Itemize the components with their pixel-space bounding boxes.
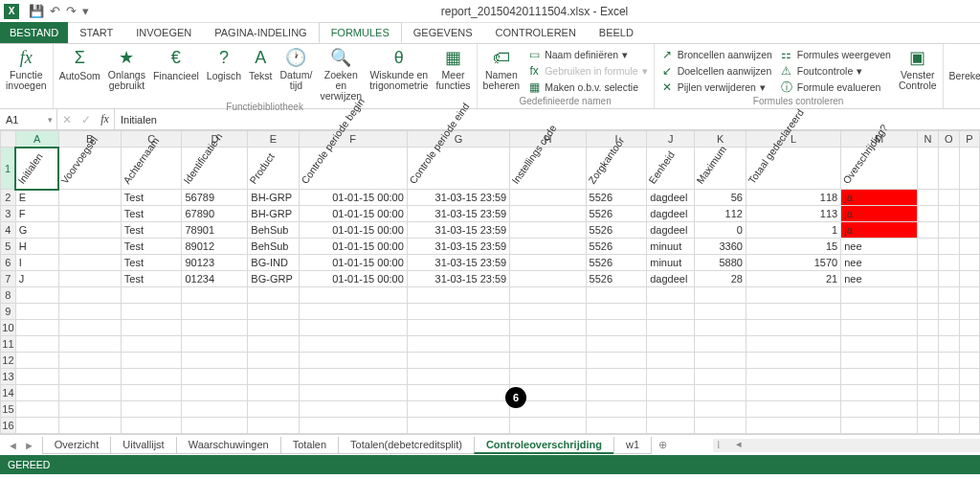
row-header[interactable]: 9 [1,304,16,320]
cell[interactable] [248,287,299,304]
cell[interactable]: Totaal gedeclareerd [746,148,840,190]
cell[interactable]: Maximum [695,148,746,190]
column-header[interactable]: J [647,131,695,148]
cell[interactable]: 112 [695,206,746,222]
file-tab[interactable]: BESTAND [0,22,68,43]
cell[interactable] [58,336,121,353]
ribbon-tab-controleren[interactable]: CONTROLEREN [484,22,588,43]
cell[interactable] [182,320,248,336]
row-header[interactable]: 2 [1,190,16,206]
sheet-tab[interactable]: Controleoverschrijding [474,437,614,454]
cell[interactable] [918,353,939,369]
cell[interactable] [510,287,586,304]
cell[interactable] [182,369,248,385]
cell[interactable] [299,320,407,336]
cell[interactable]: Instellings code [510,148,586,190]
cell[interactable] [510,239,586,255]
cell[interactable] [938,239,959,255]
cell[interactable] [959,287,979,304]
cell[interactable] [58,206,121,222]
cell[interactable]: E [15,190,58,206]
cell[interactable]: 90123 [182,255,248,271]
cell[interactable] [841,353,918,369]
cell[interactable] [15,401,58,418]
cell[interactable]: Test [121,206,182,222]
cell[interactable] [407,418,509,434]
sheet-tab[interactable]: Uitvallijst [110,437,176,454]
row-header[interactable]: 15 [1,401,16,418]
cell[interactable]: 5526 [586,190,647,206]
cell[interactable]: 113 [746,206,840,222]
cell[interactable] [299,401,407,418]
cell[interactable] [918,401,939,418]
cell[interactable] [121,401,182,418]
cell[interactable] [510,206,586,222]
recent-button[interactable]: ★Onlangs gebruikt [108,47,145,91]
cell[interactable]: dagdeel [647,190,695,206]
cell[interactable] [586,336,647,353]
cell[interactable] [58,271,121,287]
cell[interactable]: 5526 [586,255,647,271]
cell[interactable] [746,418,840,434]
cell[interactable]: dagdeel [647,271,695,287]
cell[interactable]: 1570 [746,255,840,271]
cell[interactable] [938,255,959,271]
cell[interactable]: J [15,271,58,287]
lookup-button[interactable]: 🔍Zoeken en verwijzen [320,47,362,102]
cell[interactable] [938,336,959,353]
cell[interactable]: BehSub [248,239,299,255]
cell[interactable] [586,385,647,401]
column-header[interactable]: P [959,131,979,148]
cell[interactable] [918,271,939,287]
cell[interactable]: 31-03-15 23:59 [407,271,509,287]
cell[interactable] [510,271,586,287]
cell[interactable] [121,336,182,353]
cell[interactable] [938,148,959,190]
cell[interactable]: dagdeel [647,222,695,239]
cell[interactable] [938,353,959,369]
sheet-tab[interactable]: w1 [613,437,652,454]
spreadsheet-grid[interactable]: ABCDEFGHIJKLMNOP1InitialenVoorvoegselAch… [0,130,980,434]
cell[interactable] [299,418,407,434]
cell[interactable] [841,320,918,336]
cell[interactable] [959,239,979,255]
trace-precedents-button[interactable]: ↗Broncellen aanwijzen [660,47,772,62]
row-header[interactable]: 1 [1,148,16,190]
cell[interactable]: Product [248,148,299,190]
cell[interactable] [248,336,299,353]
cell[interactable]: BH-GRP [248,206,299,222]
cell[interactable] [510,353,586,369]
cell[interactable]: 67890 [182,206,248,222]
row-header[interactable]: 11 [1,336,16,353]
cell[interactable]: BG-IND [248,255,299,271]
cell[interactable] [918,336,939,353]
ribbon-tab-gegevens[interactable]: GEGEVENS [402,22,484,43]
next-sheet-icon[interactable]: ► [24,440,34,451]
cell[interactable] [248,304,299,320]
error-check-button[interactable]: ⚠Foutcontrole ▾ [780,63,891,79]
cell[interactable] [58,255,121,271]
add-sheet-button[interactable]: ⊕ [651,439,675,451]
cell[interactable] [918,369,939,385]
cell[interactable] [299,369,407,385]
cell[interactable] [959,418,979,434]
cell[interactable] [695,418,746,434]
cell[interactable] [248,401,299,418]
cell[interactable]: I [15,255,58,271]
cell[interactable] [248,320,299,336]
cell[interactable] [510,336,586,353]
cell[interactable] [248,418,299,434]
cell[interactable] [15,287,58,304]
cell[interactable] [407,369,509,385]
column-header[interactable]: E [248,131,299,148]
cell[interactable] [746,287,840,304]
math-button[interactable]: θWiskunde en trigonometrie [369,47,428,91]
cell[interactable]: 5880 [695,255,746,271]
cell[interactable] [695,353,746,369]
cell[interactable] [918,148,939,190]
cell[interactable]: 1 [746,222,840,239]
cell[interactable] [959,271,979,287]
cell[interactable] [746,369,840,385]
cell[interactable] [938,287,959,304]
cell[interactable] [841,401,918,418]
